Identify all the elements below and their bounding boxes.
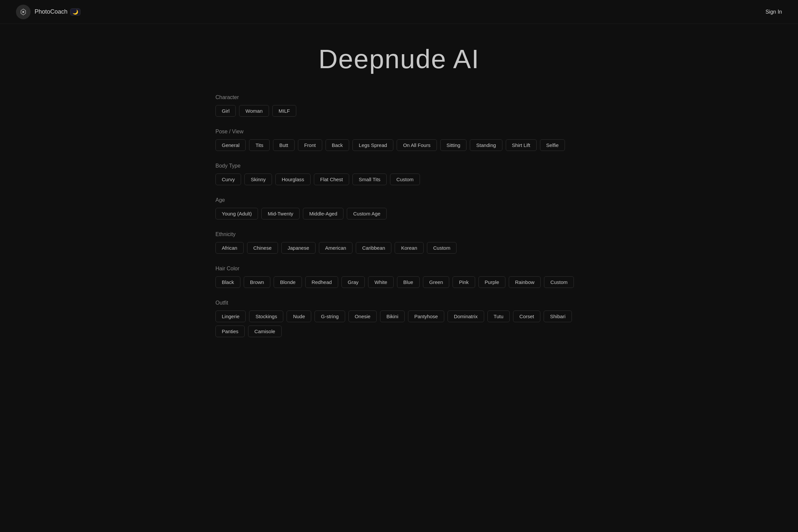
tag-rainbow[interactable]: Rainbow: [509, 276, 540, 288]
main-content: Deepnude AI CharacterGirlWomanMILFPose /…: [200, 24, 598, 369]
tag-sitting[interactable]: Sitting: [440, 139, 467, 151]
tags-age: Young (Adult)Mid-TwentyMiddle-AgedCustom…: [215, 208, 583, 220]
logo-icon: [16, 5, 31, 19]
section-ethnicity: EthnicityAfricanChineseJapaneseAmericanC…: [215, 231, 583, 254]
brand-name: PhotoCoach 🌙: [35, 8, 80, 16]
header: PhotoCoach 🌙 Sign In: [0, 0, 798, 24]
tag-legs-spread[interactable]: Legs Spread: [353, 139, 393, 151]
section-pose-view: Pose / ViewGeneralTitsButtFrontBackLegs …: [215, 129, 583, 151]
tags-hair-color: BlackBrownBlondeRedheadGrayWhiteBlueGree…: [215, 276, 583, 288]
tag-blue[interactable]: Blue: [397, 276, 420, 288]
tag-african[interactable]: African: [215, 242, 244, 254]
tag-shirt-lift[interactable]: Shirt Lift: [506, 139, 537, 151]
tag-gray[interactable]: Gray: [341, 276, 365, 288]
section-label-character: Character: [215, 94, 583, 100]
header-left: PhotoCoach 🌙: [16, 5, 80, 19]
tag-custom-age[interactable]: Custom Age: [347, 208, 387, 220]
tag-brown[interactable]: Brown: [244, 276, 271, 288]
tag-standing[interactable]: Standing: [470, 139, 502, 151]
tag-custom[interactable]: Custom: [427, 242, 457, 254]
section-outfit: OutfitLingerieStockingsNudeG-stringOnesi…: [215, 300, 583, 337]
tag-custom[interactable]: Custom: [390, 174, 420, 185]
tag-stockings[interactable]: Stockings: [249, 310, 283, 322]
tag-shibari[interactable]: Shibari: [544, 310, 572, 322]
tag-selfie[interactable]: Selfie: [540, 139, 565, 151]
tag-blonde[interactable]: Blonde: [274, 276, 302, 288]
tag-camisole[interactable]: Camisole: [248, 325, 282, 337]
tag-general[interactable]: General: [215, 139, 246, 151]
section-hair-color: Hair ColorBlackBrownBlondeRedheadGrayWhi…: [215, 266, 583, 288]
tags-body-type: CurvySkinnyHourglassFlat ChestSmall Tits…: [215, 174, 583, 185]
tag-young-adult[interactable]: Young (Adult): [215, 208, 258, 220]
sections-container: CharacterGirlWomanMILFPose / ViewGeneral…: [215, 94, 583, 337]
tag-nude[interactable]: Nude: [287, 310, 311, 322]
tag-japanese[interactable]: Japanese: [281, 242, 316, 254]
tag-g-string[interactable]: G-string: [315, 310, 345, 322]
tag-flat-chest[interactable]: Flat Chest: [314, 174, 349, 185]
tag-dominatrix[interactable]: Dominatrix: [448, 310, 484, 322]
section-label-age: Age: [215, 197, 583, 203]
tag-mid-twenty[interactable]: Mid-Twenty: [261, 208, 300, 220]
tag-butt[interactable]: Butt: [273, 139, 294, 151]
section-label-outfit: Outfit: [215, 300, 583, 306]
tag-corset[interactable]: Corset: [513, 310, 540, 322]
section-label-pose-view: Pose / View: [215, 129, 583, 135]
brand-badge: 🌙: [70, 8, 80, 16]
tag-pantyhose[interactable]: Pantyhose: [408, 310, 444, 322]
tag-middle-aged[interactable]: Middle-Aged: [303, 208, 343, 220]
tag-lingerie[interactable]: Lingerie: [215, 310, 246, 322]
tag-girl[interactable]: Girl: [215, 105, 236, 117]
tag-white[interactable]: White: [368, 276, 393, 288]
tags-pose-view: GeneralTitsButtFrontBackLegs SpreadOn Al…: [215, 139, 583, 151]
section-character: CharacterGirlWomanMILF: [215, 94, 583, 117]
tag-back[interactable]: Back: [325, 139, 349, 151]
tag-front[interactable]: Front: [298, 139, 322, 151]
tag-chinese[interactable]: Chinese: [247, 242, 278, 254]
page-title: Deepnude AI: [215, 44, 583, 75]
tag-tits[interactable]: Tits: [249, 139, 270, 151]
tag-skinny[interactable]: Skinny: [244, 174, 272, 185]
tag-onesie[interactable]: Onesie: [348, 310, 377, 322]
tag-korean[interactable]: Korean: [395, 242, 423, 254]
section-label-body-type: Body Type: [215, 163, 583, 169]
tag-black[interactable]: Black: [215, 276, 241, 288]
tag-small-tits[interactable]: Small Tits: [353, 174, 387, 185]
tags-character: GirlWomanMILF: [215, 105, 583, 117]
tag-hourglass[interactable]: Hourglass: [275, 174, 310, 185]
tag-custom[interactable]: Custom: [544, 276, 574, 288]
section-age: AgeYoung (Adult)Mid-TwentyMiddle-AgedCus…: [215, 197, 583, 220]
sign-in-button[interactable]: Sign In: [765, 9, 782, 15]
tag-green[interactable]: Green: [423, 276, 450, 288]
tag-redhead[interactable]: Redhead: [305, 276, 338, 288]
tags-ethnicity: AfricanChineseJapaneseAmericanCaribbeanK…: [215, 242, 583, 254]
tag-pink[interactable]: Pink: [453, 276, 475, 288]
tag-tutu[interactable]: Tutu: [488, 310, 510, 322]
tag-on-all-fours[interactable]: On All Fours: [397, 139, 437, 151]
section-body-type: Body TypeCurvySkinnyHourglassFlat ChestS…: [215, 163, 583, 185]
tag-panties[interactable]: Panties: [215, 325, 245, 337]
brand-text: PhotoCoach: [35, 8, 68, 15]
section-label-hair-color: Hair Color: [215, 266, 583, 272]
tag-woman[interactable]: Woman: [239, 105, 269, 117]
tag-american[interactable]: American: [319, 242, 353, 254]
tag-purple[interactable]: Purple: [478, 276, 506, 288]
svg-point-0: [22, 11, 24, 13]
tag-caribbean[interactable]: Caribbean: [356, 242, 391, 254]
tags-outfit: LingerieStockingsNudeG-stringOnesieBikin…: [215, 310, 583, 337]
tag-bikini[interactable]: Bikini: [380, 310, 405, 322]
section-label-ethnicity: Ethnicity: [215, 231, 583, 238]
tag-curvy[interactable]: Curvy: [215, 174, 241, 185]
tag-milf[interactable]: MILF: [272, 105, 296, 117]
